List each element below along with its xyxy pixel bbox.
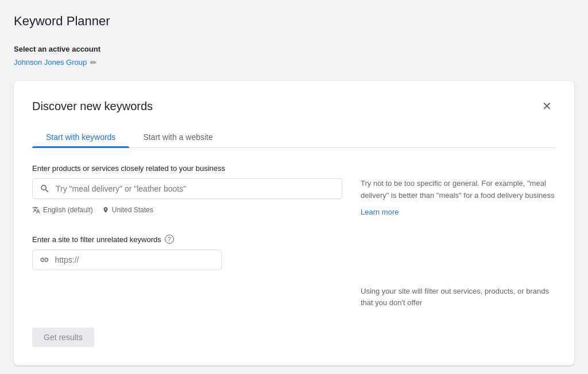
close-button[interactable]: ✕: [537, 97, 556, 115]
tab-content-keywords: Enter products or services closely relat…: [32, 164, 556, 309]
get-results-button[interactable]: Get results: [32, 328, 94, 347]
products-field-label: Enter products or services closely relat…: [32, 164, 342, 173]
account-section-label: Select an active account: [14, 45, 574, 53]
account-name: Johnson Jones Group: [14, 58, 87, 67]
search-icon: [40, 184, 50, 194]
left-column: Enter products or services closely relat…: [32, 164, 342, 309]
filter-url-wrapper[interactable]: [32, 250, 222, 270]
location-label: United States: [112, 206, 153, 214]
main-card: Discover new keywords ✕ Start with keywo…: [14, 81, 574, 365]
filter-hint-text: Using your site will filter out services…: [361, 286, 556, 310]
tab-bar: Start with keywords Start with a website: [32, 127, 556, 148]
location-meta: United States: [102, 206, 153, 214]
tab-start-with-keywords[interactable]: Start with keywords: [32, 127, 129, 147]
tab-start-with-website[interactable]: Start with a website: [129, 127, 226, 147]
right-column: Try not to be too specific or general. F…: [361, 164, 556, 309]
filter-field-label: Enter a site to filter unrelated keyword…: [32, 235, 342, 244]
card-title: Discover new keywords: [32, 100, 153, 113]
link-icon: [40, 255, 49, 265]
language-meta: English (default): [32, 206, 93, 214]
learn-more-link[interactable]: Learn more: [361, 208, 399, 216]
language-label: English (default): [43, 206, 93, 214]
edit-icon: ✏: [90, 58, 97, 67]
page-title: Keyword Planner: [14, 14, 574, 29]
filter-url-input[interactable]: [55, 255, 214, 264]
account-section: Select an active account Johnson Jones G…: [14, 45, 574, 67]
translate-icon: [32, 206, 40, 214]
meta-row: English (default) United States: [32, 206, 342, 214]
close-icon: ✕: [542, 99, 552, 113]
location-icon: [102, 206, 109, 214]
keyword-search-wrapper[interactable]: [32, 178, 342, 199]
card-footer: Get results: [32, 328, 556, 347]
filter-help-icon[interactable]: ?: [165, 235, 174, 244]
account-link[interactable]: Johnson Jones Group ✏: [14, 58, 97, 67]
card-header: Discover new keywords ✕: [32, 97, 556, 115]
keyword-search-input[interactable]: [56, 184, 335, 193]
keyword-hint-text: Try not to be too specific or general. F…: [361, 178, 556, 202]
